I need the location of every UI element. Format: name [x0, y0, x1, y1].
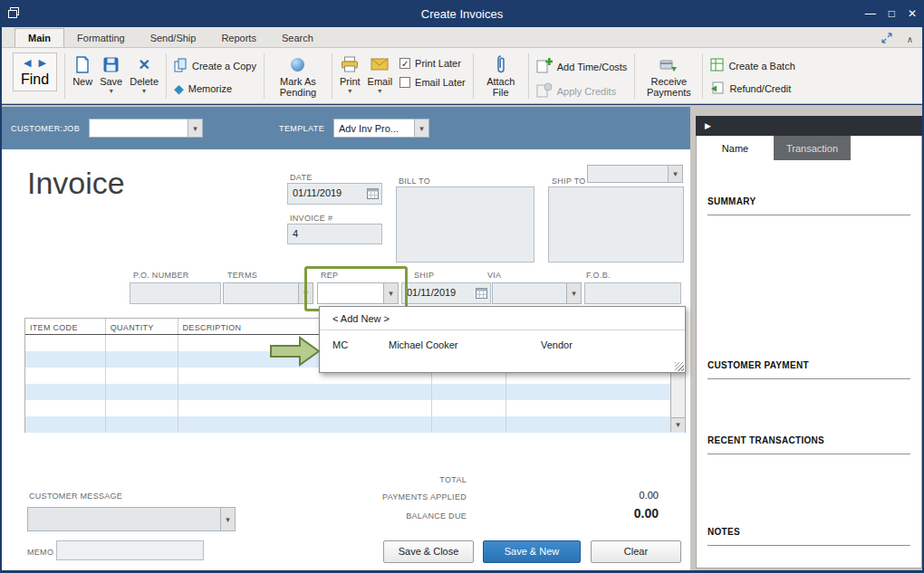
customer-job-dropdown-icon[interactable]: ▾ — [188, 119, 202, 137]
bill-to-box[interactable] — [396, 186, 534, 263]
table-row[interactable] — [25, 416, 685, 433]
find-forward-icon[interactable]: ▶ — [39, 57, 46, 69]
rep-add-new-item[interactable]: < Add New > — [320, 307, 685, 329]
po-number-field[interactable] — [130, 282, 221, 304]
tab-main[interactable]: Main — [14, 28, 64, 47]
titlebar: Create Invoices — □ ✕ — [0, 0, 924, 27]
ship-to-combobox[interactable]: ▾ — [587, 165, 683, 183]
history-side-panel: ▶ Name Transaction SUMMARY CUSTOMER PAYM… — [696, 116, 922, 568]
attach-file-button[interactable]: Attach File — [481, 53, 521, 98]
customer-header-bar: CUSTOMER:JOB ▾ TEMPLATE Adv Inv Pro... ▾ — [2, 107, 690, 149]
email-button[interactable]: Email ▾ — [368, 53, 393, 94]
panel-tab-bar: Name Transaction — [696, 136, 922, 160]
ship-to-dropdown-icon[interactable]: ▾ — [668, 166, 682, 182]
rep-dropdown-list: < Add New > MC Michael Cooker Vendor — [319, 306, 686, 373]
customer-job-label: CUSTOMER:JOB — [11, 124, 80, 133]
clear-button[interactable]: Clear — [591, 540, 681, 563]
tab-send-ship[interactable]: Send/Ship — [138, 29, 209, 47]
tab-search[interactable]: Search — [269, 29, 326, 47]
payments-applied-value: 0.00 — [523, 490, 659, 501]
create-copy-button[interactable]: Create a Copy — [174, 58, 256, 74]
calendar-icon[interactable] — [367, 187, 379, 201]
email-later-checkbox[interactable]: Email Later — [399, 77, 466, 88]
rep-list-item[interactable]: MC Michael Cooker Vendor — [320, 330, 685, 356]
column-header-item-code[interactable]: ITEM CODE — [25, 319, 105, 334]
tab-reports[interactable]: Reports — [208, 29, 269, 47]
maximize-button[interactable]: □ — [889, 7, 895, 20]
paperclip-icon — [496, 54, 506, 74]
template-dropdown-icon[interactable]: ▾ — [414, 119, 428, 137]
find-button[interactable]: ◀ ▶ Find — [13, 53, 57, 91]
mark-as-pending-button[interactable]: Mark As Pending — [272, 53, 324, 98]
save-dropdown-icon[interactable]: ▾ — [110, 89, 113, 94]
tab-formatting[interactable]: Formatting — [64, 29, 138, 47]
email-later-check-icon[interactable] — [399, 77, 410, 88]
panel-tab-name[interactable]: Name — [697, 136, 774, 160]
panel-collapse-bar[interactable]: ▶ — [696, 116, 922, 136]
rep-name: Michael Cooker — [389, 339, 541, 350]
ship-calendar-icon[interactable] — [476, 287, 487, 301]
recent-transactions-section-heading: RECENT TRANSACTIONS — [707, 435, 910, 454]
panel-tab-transaction[interactable]: Transaction — [774, 136, 851, 160]
rep-initials: MC — [332, 339, 389, 350]
apply-credits-icon — [536, 82, 553, 100]
fob-field[interactable] — [584, 282, 681, 304]
memorize-button[interactable]: ◆ Memorize — [174, 81, 256, 96]
customer-message-dropdown-icon[interactable]: ▾ — [220, 508, 235, 530]
delete-button[interactable]: ✕ Delete ▾ — [130, 53, 159, 94]
print-later-checkbox[interactable]: ✓ Print Later — [399, 58, 466, 69]
customer-job-combobox[interactable]: ▾ — [89, 119, 203, 138]
rep-field-highlight — [304, 266, 408, 311]
workspace: CUSTOMER:JOB ▾ TEMPLATE Adv Inv Pro... ▾… — [2, 105, 922, 570]
scroll-down-icon[interactable]: ▼ — [671, 417, 685, 432]
print-button[interactable]: Print ▾ — [340, 53, 361, 94]
window-title: Create Invoices — [0, 7, 924, 21]
add-time-costs-button[interactable]: Add Time/Costs — [536, 58, 628, 75]
find-back-icon[interactable]: ◀ — [24, 57, 31, 69]
column-header-quantity[interactable]: QUANTITY — [105, 319, 178, 334]
via-combobox[interactable]: ▾ — [492, 282, 582, 304]
date-field[interactable]: 01/11/2019 — [287, 183, 382, 205]
collapse-ribbon-icon[interactable]: ∧ — [907, 34, 913, 44]
close-button[interactable]: ✕ — [908, 7, 917, 20]
ship-to-box[interactable] — [548, 186, 684, 263]
table-row[interactable] — [25, 384, 685, 400]
customer-message-combobox[interactable]: ▾ — [27, 507, 236, 531]
dropdown-resize-grip[interactable] — [675, 362, 684, 371]
invoice-form-area: CUSTOMER:JOB ▾ TEMPLATE Adv Inv Pro... ▾… — [2, 107, 690, 570]
apply-credits-button[interactable]: Apply Credits — [536, 82, 628, 100]
date-label: DATE — [290, 173, 313, 182]
window-restore-icon[interactable] — [7, 6, 20, 23]
memorize-diamond-icon: ◆ — [174, 81, 184, 96]
po-number-label: P.O. NUMBER — [133, 271, 189, 280]
rep-type: Vendor — [541, 339, 573, 350]
copy-pages-icon — [174, 58, 188, 74]
invoice-number-label: INVOICE # — [290, 214, 332, 223]
panel-collapse-icon[interactable]: ▶ — [705, 121, 711, 130]
memo-field[interactable] — [56, 540, 204, 560]
print-dropdown-icon[interactable]: ▾ — [348, 89, 351, 94]
table-row[interactable] — [25, 400, 685, 416]
customer-job-value — [90, 119, 188, 137]
save-button[interactable]: Save ▾ — [100, 53, 122, 94]
find-label: Find — [21, 72, 49, 88]
total-label: TOTAL — [303, 475, 467, 484]
via-dropdown-icon[interactable]: ▾ — [566, 283, 581, 303]
print-later-check-icon[interactable]: ✓ — [399, 58, 410, 69]
ship-date-field[interactable]: 01/11/2019 — [401, 282, 491, 304]
template-combobox[interactable]: Adv Inv Pro... ▾ — [333, 119, 429, 138]
receive-payments-button[interactable]: Receive Payments — [642, 53, 695, 98]
invoice-form-body: Invoice DATE 01/11/2019 INVOICE # 4 BILL… — [2, 149, 690, 570]
new-button[interactable]: New — [72, 53, 92, 87]
delete-dropdown-icon[interactable]: ▾ — [142, 89, 146, 94]
expand-window-icon[interactable] — [881, 31, 892, 47]
save-and-new-button[interactable]: Save & New — [483, 540, 581, 563]
minimize-button[interactable]: — — [865, 7, 876, 20]
printer-icon — [341, 54, 359, 74]
terms-combobox[interactable]: ▾ — [223, 282, 313, 304]
email-dropdown-icon[interactable]: ▾ — [378, 89, 381, 94]
save-and-close-button[interactable]: Save & Close — [383, 540, 474, 563]
invoice-number-field[interactable]: 4 — [287, 224, 382, 244]
refund-credit-button[interactable]: Refund/Credit — [710, 81, 794, 96]
create-batch-button[interactable]: Create a Batch — [710, 58, 794, 73]
